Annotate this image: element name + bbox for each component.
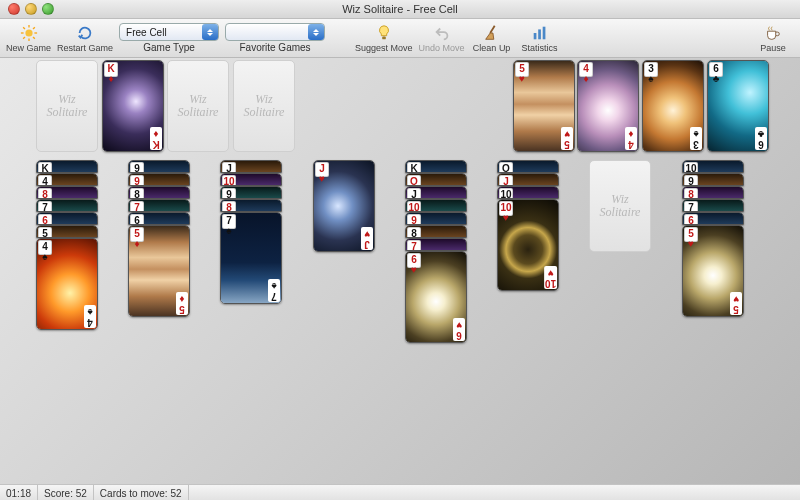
card-8♥[interactable]: 8♥: [682, 186, 744, 199]
card-9♥[interactable]: 9♥: [405, 212, 467, 225]
card-10♣[interactable]: 10♣: [497, 186, 559, 199]
card-rank-corner: 6♥: [407, 253, 421, 268]
card-5♣[interactable]: 5♣: [36, 225, 98, 238]
card-7♠[interactable]: 7♠: [682, 199, 744, 212]
card-rank-corner: 9♣: [222, 188, 236, 199]
card-4♦[interactable]: 4♦4♦: [577, 60, 639, 152]
card-rank-corner: 5♦: [176, 292, 188, 315]
status-score-value: 52: [76, 488, 87, 499]
card-rank-corner: Q♠: [499, 162, 513, 173]
dropdown-label: Favorite Games: [239, 42, 310, 53]
suggest-move-button[interactable]: Suggest Move: [355, 20, 413, 56]
card-4♣[interactable]: 4♣: [36, 173, 98, 186]
card-6♣[interactable]: 6♣6♣: [707, 60, 769, 152]
card-8♦[interactable]: 8♦: [220, 199, 282, 212]
tableau-empty-6[interactable]: Wiz Solitaire: [589, 160, 651, 252]
free-cell-2[interactable]: Wiz Solitaire: [167, 60, 229, 152]
undo-icon: [433, 24, 451, 42]
card-rank-corner: J♥: [361, 227, 373, 250]
card-Q♦[interactable]: Q♦: [405, 173, 467, 186]
card-rank-corner: 6♥: [453, 318, 465, 341]
card-3♠[interactable]: 3♠3♠: [642, 60, 704, 152]
card-9♣[interactable]: 9♣: [682, 173, 744, 186]
card-9♦[interactable]: 9♦: [128, 173, 190, 186]
close-icon[interactable]: [8, 3, 20, 15]
svg-line-10: [490, 25, 495, 32]
card-6♦[interactable]: 6♦: [36, 212, 98, 225]
minimize-icon[interactable]: [25, 3, 37, 15]
card-rank-corner: K♦: [150, 127, 162, 150]
svg-rect-11: [533, 33, 536, 39]
zoom-icon[interactable]: [42, 3, 54, 15]
restart-game-button[interactable]: Restart Game: [57, 20, 113, 56]
toolbar: New Game Restart Game Free Cell Game Typ…: [0, 19, 800, 58]
card-7♠[interactable]: 7♠7♠: [220, 212, 282, 304]
card-8♣[interactable]: 8♣: [128, 186, 190, 199]
card-rank-corner: 6♠: [130, 214, 144, 225]
card-10♦[interactable]: 10♦: [220, 173, 282, 186]
card-5♦[interactable]: 5♦5♦: [128, 225, 190, 317]
clean-up-button[interactable]: Clean Up: [471, 20, 513, 56]
card-rank-corner: 10♠: [684, 162, 698, 173]
svg-line-6: [33, 37, 35, 39]
play-area[interactable]: Wiz SolitaireK♦K♦Wiz SolitaireWiz Solita…: [0, 58, 800, 484]
card-J♥[interactable]: J♥J♥: [313, 160, 375, 252]
svg-point-0: [25, 29, 32, 36]
card-rank-corner: 8♠: [407, 227, 421, 238]
card-rank-corner: 5♥: [730, 292, 742, 315]
card-J♠[interactable]: J♠: [405, 186, 467, 199]
card-rank-corner: 10♥: [544, 266, 557, 289]
card-K♠[interactable]: K♠: [36, 160, 98, 173]
card-6♠[interactable]: 6♠: [128, 212, 190, 225]
card-Q♠[interactable]: Q♠: [497, 160, 559, 173]
chart-icon: [531, 24, 549, 42]
card-7♣[interactable]: 7♣: [36, 199, 98, 212]
status-cards: Cards to move: 52: [94, 485, 189, 500]
card-9♠[interactable]: 9♠: [128, 160, 190, 173]
card-K♣[interactable]: K♣: [405, 160, 467, 173]
card-rank-corner: 5♣: [38, 227, 52, 238]
card-rank-corner: 6♥: [684, 214, 698, 225]
toolbar-label: Statistics: [522, 43, 558, 53]
card-10♥[interactable]: 10♥: [405, 199, 467, 212]
pause-button[interactable]: Pause: [752, 20, 794, 56]
card-8♠[interactable]: 8♠: [405, 225, 467, 238]
card-rank-corner: 4♠: [84, 305, 96, 328]
card-J♦[interactable]: J♦: [497, 173, 559, 186]
toolbar-label: Undo Move: [419, 43, 465, 53]
card-rank-corner: 10♣: [499, 188, 513, 199]
card-rank-corner: 8♦: [222, 201, 236, 212]
free-cell-3[interactable]: Wiz Solitaire: [233, 60, 295, 152]
broom-icon: [483, 24, 501, 42]
card-9♣[interactable]: 9♣: [220, 186, 282, 199]
toolbar-label: New Game: [6, 43, 51, 53]
card-5♥[interactable]: 5♥5♥: [513, 60, 575, 152]
refresh-icon: [76, 24, 94, 42]
undo-move-button: Undo Move: [419, 20, 465, 56]
card-6♥[interactable]: 6♥6♥: [405, 251, 467, 343]
card-rank-corner: 4♦: [579, 62, 593, 77]
svg-rect-12: [538, 29, 541, 39]
free-cell-0[interactable]: Wiz Solitaire: [36, 60, 98, 152]
game-type-select[interactable]: Free Cell: [119, 23, 219, 41]
game-type-dropdown: Free Cell Game Type: [119, 23, 219, 53]
new-game-button[interactable]: New Game: [6, 20, 51, 56]
card-8♥[interactable]: 8♥: [36, 186, 98, 199]
card-rank-corner: J♥: [315, 162, 329, 177]
card-rank-corner: 3♠: [690, 127, 702, 150]
card-10♥[interactable]: 10♥10♥: [497, 199, 559, 291]
card-rank-corner: K♦: [104, 62, 118, 77]
lightbulb-icon: [375, 24, 393, 42]
card-7♥[interactable]: 7♥: [405, 238, 467, 251]
favorite-games-select[interactable]: [225, 23, 325, 41]
card-6♥[interactable]: 6♥: [682, 212, 744, 225]
card-10♠[interactable]: 10♠: [682, 160, 744, 173]
card-K♦[interactable]: K♦K♦: [102, 60, 164, 152]
svg-line-5: [23, 27, 25, 29]
card-rank-corner: 4♣: [38, 175, 52, 186]
card-J♣[interactable]: J♣: [220, 160, 282, 173]
card-4♠[interactable]: 4♠4♠: [36, 238, 98, 330]
statistics-button[interactable]: Statistics: [519, 20, 561, 56]
card-7♦[interactable]: 7♦: [128, 199, 190, 212]
card-5♥[interactable]: 5♥5♥: [682, 225, 744, 317]
